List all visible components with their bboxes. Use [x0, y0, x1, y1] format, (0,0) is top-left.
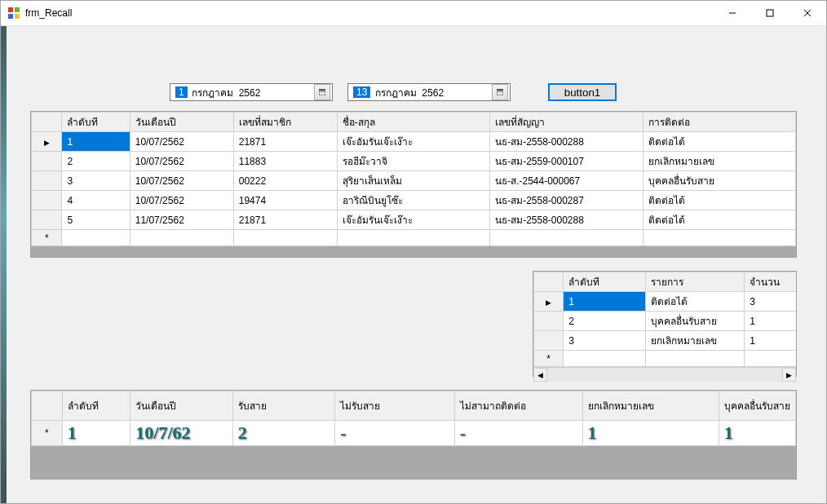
cell[interactable] [62, 230, 130, 246]
cell[interactable]: นธ-สม-2558-000288 [490, 132, 643, 152]
col-contact[interactable]: การติดต่อ [643, 113, 795, 132]
recall-grid[interactable]: ลำดับที วันเดือนปี เลขที่สมาชิก ชื่อ-สกุ… [30, 111, 797, 258]
cell[interactable] [745, 351, 796, 367]
cell: 1 [719, 421, 795, 446]
cell[interactable]: บุคคลอื่นรับสาย [646, 312, 745, 331]
cell[interactable]: 21871 [233, 132, 337, 152]
search-button[interactable]: button1 [548, 83, 617, 101]
date-from-picker[interactable]: 1 กรกฎาคม 2562 [170, 83, 333, 101]
cell[interactable]: ยกเลิกหมายเลข [646, 331, 745, 351]
cell[interactable]: 4 [62, 191, 130, 210]
table-row[interactable]: 210/07/256211883รอฮีม๊ะวาจินธ-สม-2559-00… [32, 152, 796, 171]
cell[interactable] [643, 230, 795, 246]
cell[interactable]: 11/07/2562 [130, 210, 233, 230]
cell[interactable]: 2 [62, 152, 130, 171]
col-member[interactable]: เลขที่สมาชิก [233, 113, 337, 132]
table-row[interactable]: 2บุคคลอื่นรับสาย1 [534, 312, 797, 331]
corner-cell [32, 113, 62, 132]
cell[interactable]: 5 [62, 210, 130, 230]
col-cancel[interactable]: ยกเลิกหมายเลข [582, 391, 719, 421]
cell[interactable]: 3 [62, 171, 130, 191]
cell[interactable]: นธ-สม-2559-000107 [490, 152, 643, 171]
table-new-row[interactable] [534, 351, 797, 367]
svg-rect-0 [8, 7, 13, 12]
date-from-rest: กรกฎาคม 2562 [189, 85, 314, 100]
col-date[interactable]: วันเดือนปี [130, 391, 232, 421]
cell[interactable]: ติดต่อได้ [643, 210, 795, 230]
cell[interactable]: สุริยาเส็นเหล็ม [337, 171, 489, 191]
close-button[interactable] [789, 1, 826, 25]
table-row[interactable]: 3ยกเลิกหมายเลข1 [534, 331, 797, 351]
summary-scrollbar[interactable]: ◀ ▶ [533, 367, 796, 382]
col-date[interactable]: วันเดือนปี [130, 113, 233, 132]
cell[interactable]: 10/07/2562 [130, 132, 233, 152]
date-from-day: 1 [175, 86, 188, 98]
cell[interactable]: 3 [745, 292, 796, 312]
cell[interactable] [646, 351, 745, 367]
date-from-dropdown-icon[interactable] [314, 84, 330, 100]
table-row[interactable]: 410/07/256219474อาริณีบินยูโซ๊ะนธ-สม-255… [32, 191, 796, 210]
cell[interactable]: นธ-ส.-2544-000067 [490, 171, 643, 191]
col-seq[interactable]: ลำดับที [62, 113, 130, 132]
col-other[interactable]: บุคคลอื่นรับสาย [719, 391, 795, 421]
cell[interactable]: 21871 [233, 210, 337, 230]
cell[interactable]: ติดต่อได้ [643, 132, 795, 152]
table-row[interactable]: 511/07/256221871เจ๊ะอัมรันเจ๊ะเง๊าะนธ-สม… [32, 210, 796, 230]
col-seq[interactable]: ลำดับที [564, 272, 646, 292]
col-answered[interactable]: รับสาย [232, 391, 334, 421]
cell[interactable]: เจ๊ะอัมรันเจ๊ะเง๊าะ [337, 210, 489, 230]
col-item[interactable]: รายการ [646, 272, 745, 292]
date-to-picker[interactable]: 13 กรกฎาคม 2562 [347, 83, 511, 101]
cell[interactable]: 10/07/2562 [130, 191, 233, 210]
col-noanswer[interactable]: ไม่รับสาย [335, 391, 454, 421]
cell[interactable]: ยกเลิกหมายเลข [643, 152, 795, 171]
cell[interactable] [564, 351, 646, 367]
scroll-right-icon[interactable]: ▶ [782, 368, 796, 382]
summary-grid-header: ลำดับที รายการ จำนวน [534, 272, 797, 292]
table-new-row[interactable] [32, 230, 796, 246]
table-row[interactable]: 1ติดต่อได้3 [534, 292, 797, 312]
cell[interactable] [233, 230, 337, 246]
cell[interactable]: 10/07/2562 [130, 152, 233, 171]
daily-grid-header: ลำดับที วันเดือนปี รับสาย ไม่รับสาย ไม่ส… [32, 391, 796, 421]
cell[interactable]: อาริณีบินยูโซ๊ะ [337, 191, 489, 210]
cell[interactable]: 11883 [233, 152, 337, 171]
col-seq[interactable]: ลำดับที [62, 391, 130, 421]
minimize-button[interactable] [714, 1, 751, 25]
col-contract[interactable]: เลขที่สัญญา [490, 113, 643, 132]
cell[interactable] [130, 230, 233, 246]
cell[interactable]: 1 [564, 292, 646, 312]
svg-rect-2 [8, 14, 13, 19]
cell[interactable]: บุคคลอื่นรับสาย [643, 171, 795, 191]
cell[interactable]: นธ-สม-2558-000287 [490, 191, 643, 210]
cell[interactable]: 10/07/2562 [130, 171, 233, 191]
cell[interactable]: เจ๊ะอัมรันเจ๊ะเง๊าะ [337, 132, 489, 152]
table-row[interactable]: 110/07/256221871เจ๊ะอัมรันเจ๊ะเง๊าะนธ-สม… [32, 132, 796, 152]
cell[interactable]: 00222 [233, 171, 337, 191]
cell[interactable]: 19474 [233, 191, 337, 210]
col-count[interactable]: จำนวน [745, 272, 796, 292]
cell[interactable]: นธ-สม-2558-000288 [490, 210, 643, 230]
scroll-track[interactable] [547, 368, 782, 382]
cell[interactable] [337, 230, 489, 246]
date-to-rest: กรกฎาคม 2562 [372, 85, 492, 100]
date-to-dropdown-icon[interactable] [492, 84, 508, 100]
app-window: frm_Recall 1 กรกฎาคม 2562 13 กรกฎาคม 256 [0, 0, 827, 504]
cell[interactable]: รอฮีม๊ะวาจิ [337, 152, 489, 171]
col-name[interactable]: ชื่อ-สกุล [337, 113, 489, 132]
cell[interactable]: ติดต่อได้ [646, 292, 745, 312]
daily-new-row[interactable]: 1 10/7/62 2 - - 1 1 [32, 421, 796, 446]
scroll-left-icon[interactable]: ◀ [533, 368, 547, 382]
cell[interactable]: 1 [745, 312, 796, 331]
cell[interactable] [490, 230, 643, 246]
summary-grid[interactable]: ลำดับที รายการ จำนวน 1ติดต่อได้32บุคคลอื… [533, 271, 797, 377]
cell[interactable]: 3 [564, 331, 646, 351]
daily-grid[interactable]: ลำดับที วันเดือนปี รับสาย ไม่รับสาย ไม่ส… [30, 390, 797, 480]
cell[interactable]: 1 [62, 132, 130, 152]
maximize-button[interactable] [751, 1, 789, 25]
cell[interactable]: 2 [564, 312, 646, 331]
col-cannot[interactable]: ไม่สามาถติดต่อ [454, 391, 582, 421]
cell[interactable]: ติดต่อได้ [643, 191, 795, 210]
table-row[interactable]: 310/07/256200222สุริยาเส็นเหล็มนธ-ส.-254… [32, 171, 796, 191]
cell[interactable]: 1 [745, 331, 796, 351]
